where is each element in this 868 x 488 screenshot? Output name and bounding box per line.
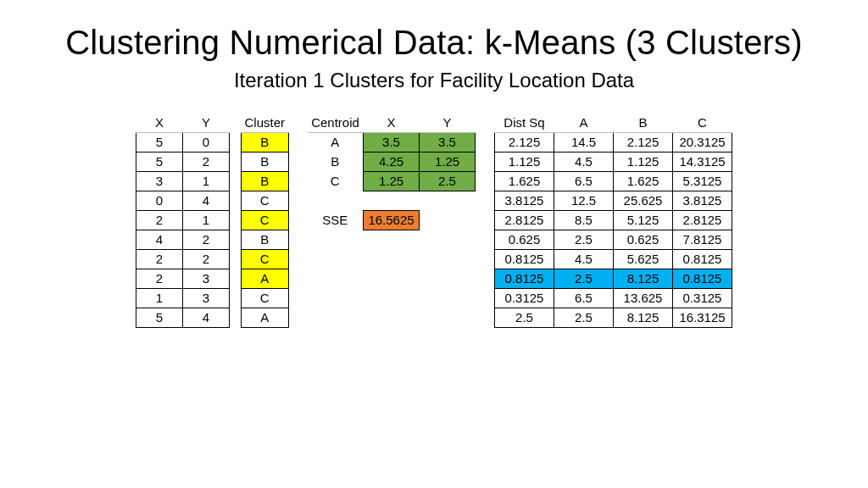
cell-dist-a: 2.5: [554, 269, 614, 288]
cell-y: 2: [182, 152, 229, 171]
cell-x: 4: [136, 230, 182, 249]
cell-distsq: 1.625: [495, 171, 554, 191]
cell-y: 0: [182, 132, 229, 152]
cell-dist-c: 5.3125: [673, 171, 732, 191]
col-x: X: [136, 113, 182, 132]
cell-dist-b: 1.125: [614, 152, 673, 171]
cell-x: 1: [136, 288, 182, 308]
table-row: 42B: [136, 230, 288, 249]
cell-cluster: A: [241, 269, 288, 288]
table-row: 22C: [136, 249, 288, 269]
cell-cluster: B: [241, 152, 288, 171]
cell-dist-b: 2.125: [614, 132, 673, 152]
cell-distsq: 0.8125: [495, 249, 554, 269]
cell-cluster: C: [241, 191, 288, 210]
cell-distsq: 0.8125: [495, 269, 554, 288]
table-row: C1.252.5: [308, 171, 476, 191]
col-dist-c: C: [673, 113, 732, 132]
cell-y: 4: [182, 308, 229, 327]
cell-y: 4: [182, 191, 229, 210]
cell-dist-b: 8.125: [614, 308, 673, 327]
cell-dist-c: 0.3125: [673, 288, 732, 308]
cell-x: 2: [136, 249, 182, 269]
table-row: 3.812512.525.6253.8125: [495, 191, 732, 210]
cell-dist-b: 5.125: [614, 210, 673, 230]
cell-x: 5: [136, 132, 182, 152]
col-dist-a: A: [554, 113, 614, 132]
distance-table: Dist Sq A B C 2.12514.52.12520.31251.125…: [494, 113, 732, 328]
table-row: 0.31256.513.6250.3125: [495, 288, 732, 308]
table-row: 1.1254.51.12514.3125: [495, 152, 732, 171]
col-cluster: Cluster: [241, 113, 288, 132]
centroid-x: 1.25: [364, 171, 420, 191]
cell-dist-b: 25.625: [614, 191, 673, 210]
cell-y: 2: [182, 230, 229, 249]
centroid-label: A: [308, 132, 364, 152]
cell-dist-b: 8.125: [614, 269, 673, 288]
cell-dist-a: 14.5: [554, 132, 614, 152]
cell-dist-a: 12.5: [554, 191, 614, 210]
cell-dist-a: 8.5: [554, 210, 614, 230]
cell-dist-c: 0.8125: [673, 249, 732, 269]
cell-distsq: 2.5: [495, 308, 554, 327]
sse-row: SSE16.5625: [308, 210, 476, 230]
col-distsq: Dist Sq: [495, 113, 554, 132]
cell-cluster: B: [241, 171, 288, 191]
centroid-y: 3.5: [420, 132, 476, 152]
table-row: 0.6252.50.6257.8125: [495, 230, 732, 249]
table-row: 1.6256.51.6255.3125: [495, 171, 732, 191]
cell-dist-b: 1.625: [614, 171, 673, 191]
cell-x: 3: [136, 171, 182, 191]
col-y: Y: [182, 113, 229, 132]
sse-label: SSE: [308, 210, 364, 230]
cell-dist-a: 6.5: [554, 171, 614, 191]
cell-dist-a: 4.5: [554, 152, 614, 171]
table-row: 2.52.58.12516.3125: [495, 308, 732, 327]
table-row: 0.81252.58.1250.8125: [495, 269, 732, 288]
col-dist-b: B: [614, 113, 673, 132]
cell-distsq: 0.625: [495, 230, 554, 249]
table-row: 2.81258.55.1252.8125: [495, 210, 732, 230]
cell-cluster: B: [241, 132, 288, 152]
page-subtitle: Iteration 1 Clusters for Facility Locati…: [34, 69, 834, 92]
cell-x: 2: [136, 269, 182, 288]
cell-cluster: C: [241, 249, 288, 269]
cell-distsq: 0.3125: [495, 288, 554, 308]
table-row: 50B: [136, 132, 288, 152]
cell-x: 5: [136, 308, 182, 327]
table-row: 31B: [136, 171, 288, 191]
cell-distsq: 2.125: [495, 132, 554, 152]
cell-x: 2: [136, 210, 182, 230]
cell-dist-c: 7.8125: [673, 230, 732, 249]
centroid-x: 3.5: [364, 132, 420, 152]
col-centroid-x: X: [364, 113, 420, 132]
table-row: 04C: [136, 191, 288, 210]
cell-dist-a: 4.5: [554, 249, 614, 269]
table-row: 21C: [136, 210, 288, 230]
cell-dist-c: 2.8125: [673, 210, 732, 230]
sse-value: 16.5625: [364, 210, 420, 230]
cell-dist-c: 14.3125: [673, 152, 732, 171]
centroid-y: 2.5: [420, 171, 476, 191]
cell-dist-b: 13.625: [614, 288, 673, 308]
cell-cluster: B: [241, 230, 288, 249]
cell-dist-b: 5.625: [614, 249, 673, 269]
table-row: 52B: [136, 152, 288, 171]
cell-dist-c: 16.3125: [673, 308, 732, 327]
cell-distsq: 1.125: [495, 152, 554, 171]
cell-y: 1: [182, 210, 229, 230]
col-centroid: Centroid: [308, 113, 364, 132]
points-table: X Y Cluster 50B52B31B04C21C42B22C23A13C5…: [136, 113, 289, 328]
centroid-table: Centroid X Y A3.53.5B4.251.25C1.252.5 SS…: [308, 113, 476, 328]
table-row: 54A: [136, 308, 288, 327]
page-title: Clustering Numerical Data: k-Means (3 Cl…: [34, 24, 834, 62]
cell-y: 3: [182, 269, 229, 288]
cell-dist-a: 2.5: [554, 230, 614, 249]
cell-distsq: 3.8125: [495, 191, 554, 210]
centroid-y: 1.25: [420, 152, 476, 171]
cell-y: 3: [182, 288, 229, 308]
cell-dist-c: 3.8125: [673, 191, 732, 210]
centroid-label: B: [308, 152, 364, 171]
table-row: 2.12514.52.12520.3125: [495, 132, 732, 152]
centroid-x: 4.25: [364, 152, 420, 171]
